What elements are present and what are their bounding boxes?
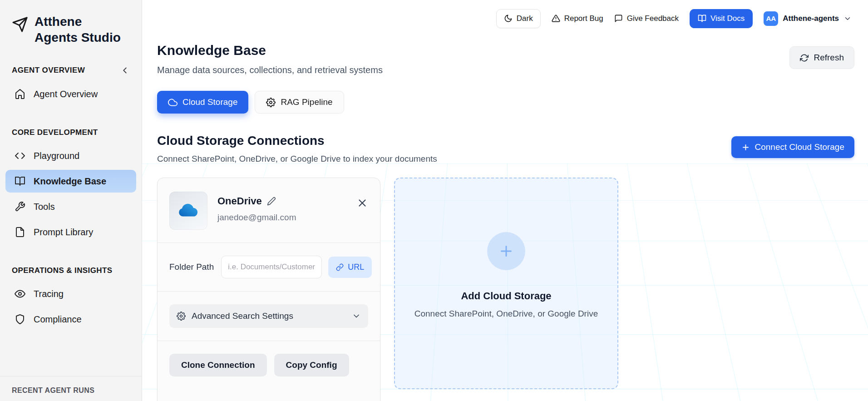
- sidebar-item-agent-overview[interactable]: Agent Overview: [5, 83, 136, 105]
- tab-label: RAG Pipeline: [281, 97, 332, 107]
- cloud-icon: [168, 98, 178, 107]
- chevron-down-icon: [352, 312, 361, 321]
- theme-toggle-button[interactable]: Dark: [496, 9, 541, 28]
- section-title: Cloud Storage Connections: [157, 134, 437, 148]
- folder-path-label: Folder Path: [169, 262, 214, 272]
- sidebar-section-label: OPERATIONS & INSIGHTS: [12, 266, 113, 275]
- tool-icon: [15, 201, 25, 212]
- refresh-icon: [800, 54, 809, 62]
- shield-icon: [15, 314, 25, 325]
- connection-account-email: janedoe@gmail.com: [217, 213, 296, 223]
- connect-cloud-storage-button[interactable]: Connect Cloud Storage: [731, 136, 854, 158]
- page-header-text: Knowledge Base Manage data sources, coll…: [157, 43, 383, 75]
- sidebar-item-label: Tracing: [34, 289, 64, 299]
- visit-docs-button[interactable]: Visit Docs: [690, 9, 753, 28]
- app-logo-icon: [12, 16, 28, 33]
- connection-card-onedrive: OneDrive janedoe@gmail.com: [157, 178, 380, 401]
- sidebar-item-playground[interactable]: Playground: [5, 144, 136, 167]
- visit-docs-label: Visit Docs: [710, 14, 745, 23]
- sidebar-item-label: Knowledge Base: [34, 176, 106, 187]
- connect-cloud-storage-label: Connect Cloud Storage: [755, 142, 844, 152]
- code-icon: [15, 150, 25, 161]
- advanced-search-settings-toggle[interactable]: Advanced Search Settings: [169, 304, 368, 328]
- add-cloud-storage-card[interactable]: Add Cloud Storage Connect SharePoint, On…: [394, 178, 618, 389]
- sidebar-item-compliance[interactable]: Compliance: [5, 308, 136, 331]
- gear-icon: [266, 98, 276, 107]
- sidebar-item-label: Compliance: [34, 314, 82, 325]
- alert-triangle-icon: [552, 14, 560, 23]
- sidebar-item-knowledge-base[interactable]: Knowledge Base: [5, 170, 136, 193]
- account-menu-button[interactable]: AA Atthene-agents: [764, 11, 852, 26]
- folder-path-section: Folder Path URL: [158, 243, 380, 291]
- account-name: Atthene-agents: [783, 14, 839, 23]
- connection-title-row: OneDrive: [217, 195, 296, 207]
- open-book-icon: [15, 176, 25, 187]
- view-tabs: Cloud Storage RAG Pipeline: [157, 91, 854, 114]
- sidebar-section-recent-agent-runs: RECENT AGENT RUNS: [0, 376, 142, 401]
- message-square-icon: [614, 14, 623, 23]
- link-icon: [336, 263, 344, 271]
- refresh-label: Refresh: [814, 53, 844, 63]
- sidebar-section-label: CORE DEVELOPMENT: [12, 128, 98, 137]
- topbar: Dark Report Bug Give Feedback Visit Docs: [142, 0, 868, 30]
- page-subtitle: Manage data sources, collections, and re…: [157, 65, 383, 75]
- sidebar-section-agent-overview: AGENT OVERVIEW: [0, 65, 142, 75]
- copy-config-button[interactable]: Copy Config: [274, 354, 349, 376]
- folder-path-input[interactable]: [221, 256, 322, 278]
- clone-connection-button[interactable]: Clone Connection: [169, 354, 267, 376]
- section-subtitle: Connect SharePoint, OneDrive, or Google …: [157, 154, 437, 164]
- report-bug-label: Report Bug: [564, 14, 603, 23]
- sidebar-item-tools[interactable]: Tools: [5, 195, 136, 218]
- book-icon: [698, 14, 706, 23]
- url-button[interactable]: URL: [328, 257, 372, 278]
- plus-circle-icon: [487, 232, 525, 270]
- content-area: Dark Report Bug Give Feedback Visit Docs: [142, 0, 868, 401]
- avatar: AA: [764, 11, 778, 26]
- home-icon: [15, 89, 25, 99]
- remove-connection-button[interactable]: [356, 197, 368, 209]
- sidebar-section-label: RECENT AGENT RUNS: [12, 386, 94, 394]
- tab-cloud-storage[interactable]: Cloud Storage: [157, 91, 248, 114]
- sidebar-item-prompt-library[interactable]: Prompt Library: [5, 221, 136, 243]
- sidebar-nav-core-development: Playground Knowledge Base Tools Prompt L…: [0, 142, 142, 246]
- provider-logo-tile: [169, 192, 207, 230]
- folder-path-row: Folder Path URL: [169, 256, 368, 278]
- sidebar-collapse-button[interactable]: [120, 65, 130, 75]
- sidebar-nav-agent-overview: Agent Overview: [0, 80, 142, 108]
- cloud-storage-section-text: Cloud Storage Connections Connect ShareP…: [157, 134, 437, 164]
- sidebar-section-label: AGENT OVERVIEW: [12, 66, 85, 75]
- edit-connection-icon[interactable]: [267, 197, 276, 206]
- moon-icon: [504, 14, 513, 23]
- advanced-search-settings-label: Advanced Search Settings: [192, 311, 293, 321]
- cloud-storage-cards: OneDrive janedoe@gmail.com: [157, 178, 854, 401]
- sidebar: Atthene Agents Studio AGENT OVERVIEW Age…: [0, 0, 142, 401]
- sidebar-nav-operations: Tracing Compliance: [0, 280, 142, 333]
- theme-toggle-label: Dark: [517, 14, 533, 23]
- sidebar-item-label: Prompt Library: [34, 227, 93, 238]
- page-title: Knowledge Base: [157, 43, 383, 58]
- page-header: Knowledge Base Manage data sources, coll…: [157, 43, 854, 75]
- tab-rag-pipeline[interactable]: RAG Pipeline: [255, 91, 344, 114]
- add-cloud-storage-title: Add Cloud Storage: [461, 290, 551, 302]
- sidebar-section-core-development: CORE DEVELOPMENT: [0, 128, 142, 137]
- refresh-button[interactable]: Refresh: [789, 46, 854, 69]
- connection-actions: Clone Connection Copy Config: [158, 341, 380, 389]
- close-icon: [356, 197, 368, 209]
- connection-card-title-block: OneDrive janedoe@gmail.com: [217, 192, 296, 230]
- sidebar-item-label: Tools: [34, 202, 55, 212]
- sidebar-item-label: Agent Overview: [34, 89, 98, 99]
- sidebar-item-tracing[interactable]: Tracing: [5, 282, 136, 305]
- plus-icon: [741, 143, 750, 152]
- give-feedback-button[interactable]: Give Feedback: [614, 14, 679, 23]
- connection-card-header: OneDrive janedoe@gmail.com: [158, 178, 380, 243]
- sidebar-section-operations-insights: OPERATIONS & INSIGHTS: [0, 266, 142, 275]
- chevron-left-icon: [120, 65, 130, 75]
- app-title: Atthene Agents Studio: [35, 14, 125, 45]
- app-logo-row: Atthene Agents Studio: [0, 14, 142, 45]
- app-root: Atthene Agents Studio AGENT OVERVIEW Age…: [0, 0, 868, 401]
- advanced-settings-section: Advanced Search Settings: [158, 291, 380, 341]
- report-bug-button[interactable]: Report Bug: [552, 14, 603, 23]
- cloud-storage-section-header: Cloud Storage Connections Connect ShareP…: [157, 134, 854, 164]
- onedrive-logo-icon: [177, 203, 200, 218]
- url-button-label: URL: [348, 262, 364, 272]
